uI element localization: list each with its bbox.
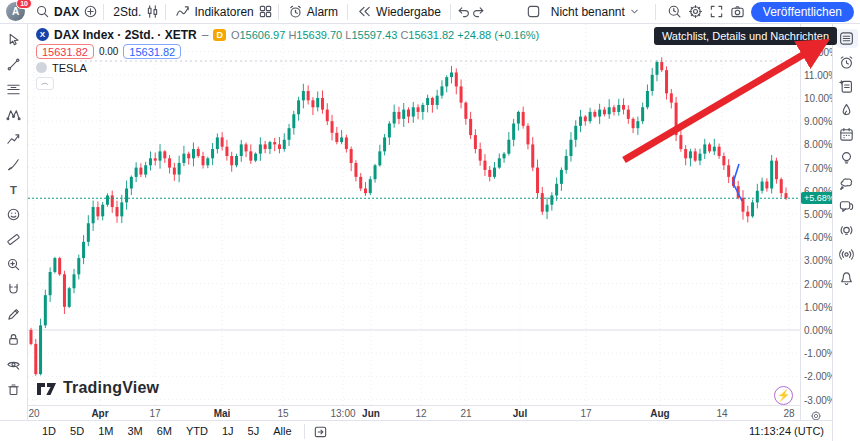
watchlist-icon[interactable]: [836, 29, 858, 48]
price-tick-label: 0.00%: [804, 325, 832, 336]
drawing-toolbar: T: [0, 24, 28, 421]
time-tick-label: 13:00: [330, 408, 355, 419]
live-icon[interactable]: [836, 245, 858, 264]
layout-name-button[interactable]: Nicht benannt: [547, 3, 644, 21]
chart-pane[interactable]: X DAX Index · 2Std. · XETR – D O15606.97…: [28, 24, 800, 405]
emoji-tool-icon[interactable]: [3, 203, 25, 225]
time-tick-label: 14: [716, 408, 727, 419]
replay-button[interactable]: Wiedergabe: [353, 2, 445, 21]
range-6m-button[interactable]: 6M: [151, 424, 178, 438]
range-5j-button[interactable]: 5J: [242, 424, 266, 438]
layout-name-label: Nicht benannt: [551, 5, 625, 19]
zoom-in-tool-icon[interactable]: [3, 253, 25, 275]
price-tick-label: 8.00%: [804, 139, 832, 150]
legend-symbol-row[interactable]: X DAX Index · 2Std. · XETR – D O15606.97…: [36, 27, 539, 42]
magnet-tool-icon[interactable]: [3, 278, 25, 300]
notes-icon[interactable]: [836, 77, 858, 96]
hide-drawings-tool-icon[interactable]: [3, 353, 25, 375]
streams-icon[interactable]: [836, 221, 858, 240]
topbar-right-group: Nicht benannt Veröffentlichen: [526, 2, 854, 22]
chat-icon[interactable]: [836, 197, 858, 216]
alerts-icon[interactable]: [836, 53, 858, 72]
fullscreen-icon[interactable]: [709, 4, 724, 19]
quick-search-icon[interactable]: [667, 4, 682, 19]
undo-icon[interactable]: [456, 4, 471, 19]
replay-label: Wiedergabe: [376, 5, 441, 19]
symbol-search-button[interactable]: DAX: [31, 2, 83, 21]
range-ytd-button[interactable]: YTD: [180, 424, 214, 438]
time-axis[interactable]: 20Apr17Mai1513:00Jun1221Jul17Aug1428: [28, 405, 800, 420]
measure-tool-icon[interactable]: [3, 228, 25, 250]
candle-style-icon[interactable]: [145, 4, 160, 19]
trend-line-tool-icon[interactable]: [3, 53, 25, 75]
range-1m-button[interactable]: 1M: [92, 424, 119, 438]
chart-legend: X DAX Index · 2Std. · XETR – D O15606.97…: [36, 27, 539, 90]
time-tick-label: Jun: [362, 408, 380, 419]
range-1j-button[interactable]: 1J: [216, 424, 240, 438]
publish-button[interactable]: Veröffentlichen: [751, 2, 854, 22]
legend-symbol2-row[interactable]: TESLA: [36, 61, 539, 74]
alert-button[interactable]: Alarm: [284, 2, 342, 21]
delayed-data-badge: D: [213, 29, 226, 41]
private-chats-icon[interactable]: [836, 173, 858, 192]
alarm-clock-icon: [288, 4, 303, 19]
search-icon: [35, 4, 50, 19]
top-toolbar: A 10 DAX 2Std. Indikatoren Alarm Wiederg…: [0, 0, 860, 24]
watchlist-tooltip: Watchlist, Details und Nachrichten: [654, 27, 837, 45]
text-tool-icon[interactable]: T: [3, 178, 25, 200]
notifications-icon[interactable]: [836, 269, 858, 288]
goto-date-button[interactable]: [304, 424, 328, 439]
symbol-title[interactable]: DAX Index · 2Std. · XETR: [54, 28, 197, 42]
calendar-icon[interactable]: [836, 125, 858, 144]
save-layout-checkbox-icon[interactable]: [526, 4, 541, 19]
hotlists-icon[interactable]: [836, 101, 858, 120]
legend-dash: –: [202, 28, 209, 42]
layout-grid-icon[interactable]: [258, 4, 273, 19]
symbol2-label[interactable]: TESLA: [52, 62, 87, 74]
interval-button[interactable]: 2Std.: [109, 3, 145, 21]
price-axis[interactable]: 12.00%11.00%10.00%9.00%8.00%7.00%6.00%5.…: [800, 24, 832, 420]
range-5d-button[interactable]: 5D: [64, 424, 90, 438]
add-symbol-icon[interactable]: [83, 4, 98, 19]
right-sidebar: [832, 24, 860, 441]
brush-tool-icon[interactable]: [3, 153, 25, 175]
calendar-goto-icon: [313, 424, 328, 439]
sell-price-button[interactable]: 15631.82: [36, 44, 94, 59]
boost-lightning-icon[interactable]: ⚡: [774, 386, 793, 405]
range-3m-button[interactable]: 3M: [121, 424, 148, 438]
buy-price-button[interactable]: 15631.82: [123, 44, 181, 59]
price-tick-label: 9.00%: [804, 116, 832, 127]
indicators-button[interactable]: Indikatoren: [171, 2, 257, 21]
prediction-tool-icon[interactable]: [3, 128, 25, 150]
lock-drawings-tool-icon[interactable]: [3, 328, 25, 350]
range-alle-button[interactable]: Alle: [267, 424, 297, 438]
cursor-tool-icon[interactable]: [3, 28, 25, 50]
range-1d-button[interactable]: 1D: [36, 424, 62, 438]
ideas-icon[interactable]: [836, 149, 858, 168]
toolbar-divider: [278, 4, 279, 20]
legend-collapse-button[interactable]: ︿: [36, 77, 54, 90]
toolbar-divider: [103, 4, 104, 20]
price-tick-label: 3.00%: [804, 255, 832, 266]
xabcd-pattern-tool-icon[interactable]: [3, 103, 25, 125]
price-tick-label: 4.00%: [804, 232, 832, 243]
price-tick-label: 5.00%: [804, 209, 832, 220]
price-tick-label: 1.00%: [804, 302, 832, 313]
fib-retracement-tool-icon[interactable]: [3, 78, 25, 100]
tesla-logo: [36, 62, 47, 73]
price-tick-label: -2.00%: [804, 371, 836, 382]
time-tick-label: 15: [277, 408, 288, 419]
drawing-pencil-tool-icon[interactable]: [3, 303, 25, 325]
dax-logo: X: [36, 28, 49, 41]
toolbar-divider: [165, 4, 166, 20]
tradingview-watermark: TradingView: [36, 379, 159, 397]
price-tick-label: -1.00%: [804, 348, 836, 359]
snapshot-camera-icon[interactable]: [730, 4, 745, 19]
replay-icon: [357, 4, 372, 19]
session-clock[interactable]: 11:13:24 (UTC): [749, 425, 824, 437]
user-menu[interactable]: A 10: [6, 2, 25, 21]
redo-icon[interactable]: [471, 4, 486, 19]
settings-gear-icon[interactable]: [688, 4, 703, 19]
remove-drawings-tool-icon[interactable]: [3, 378, 25, 400]
time-tick-label: Apr: [91, 408, 108, 419]
